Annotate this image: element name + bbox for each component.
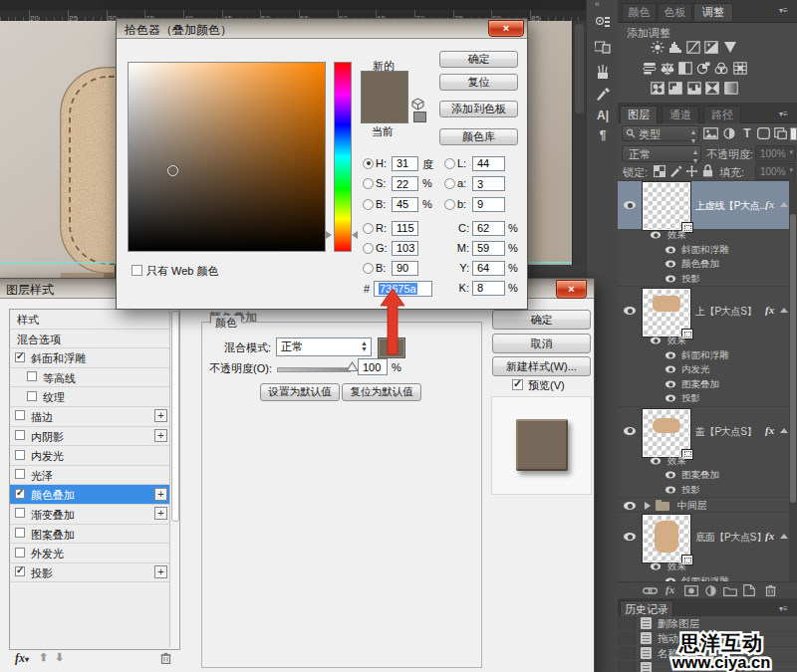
reset-default-button[interactable]: 复位为默认值	[342, 383, 421, 401]
m-field[interactable]: 59	[472, 241, 505, 256]
style-item-color-overlay[interactable]: 颜色叠加+	[10, 485, 179, 505]
style-item-stroke[interactable]: 描边+	[10, 407, 179, 427]
effect-visibility-eye-icon[interactable]	[665, 395, 675, 402]
style-item-inner-glow[interactable]: 内发光	[10, 446, 179, 466]
h-radio[interactable]	[363, 158, 374, 169]
exposure-icon[interactable]	[704, 41, 718, 54]
layer-style-ok-button[interactable]: 确定	[492, 310, 591, 330]
tab-color[interactable]: 颜色	[622, 3, 657, 21]
opacity-slider-track[interactable]	[277, 367, 351, 372]
history-source-well[interactable]	[618, 631, 636, 645]
color-lookup-icon[interactable]	[733, 62, 747, 75]
layer-style-close-button[interactable]: ×	[556, 280, 587, 299]
checkbox[interactable]	[27, 371, 37, 381]
effect-visibility-eye-icon[interactable]	[651, 457, 661, 464]
layer-row[interactable]: 盖【P大点S】 fx	[618, 406, 789, 455]
threshold-icon[interactable]	[687, 82, 701, 95]
expand-group-icon[interactable]	[645, 502, 651, 510]
panel-menu-icon[interactable]	[779, 605, 793, 613]
channel-mixer-icon[interactable]	[714, 62, 728, 75]
black-white-icon[interactable]	[678, 62, 692, 75]
filter-shape-layers-icon[interactable]	[757, 127, 770, 139]
b3-field[interactable]: 9	[472, 197, 505, 212]
effect-visibility-eye-icon[interactable]	[651, 337, 661, 344]
effect-visibility-eye-icon[interactable]	[665, 486, 675, 493]
style-item-bevel-emboss[interactable]: 斜面和浮雕	[10, 348, 179, 368]
add-to-swatches-button[interactable]: 添加到色板	[439, 101, 518, 117]
effect-row[interactable]: 斜面和浮雕	[618, 243, 789, 258]
layer-filter-toggle[interactable]	[790, 127, 797, 140]
layer-visibility-eye-icon[interactable]	[624, 502, 636, 510]
new-group-icon[interactable]	[723, 585, 737, 596]
effect-visibility-eye-icon[interactable]	[665, 366, 675, 373]
b3-radio[interactable]	[444, 199, 455, 210]
style-item-drop-shadow[interactable]: 投影+	[10, 563, 179, 583]
curves-icon[interactable]	[686, 41, 700, 54]
tab-paths[interactable]: 路径	[703, 106, 741, 123]
link-layers-icon[interactable]	[643, 586, 658, 595]
group-name[interactable]: 中间层	[677, 499, 706, 513]
tab-layers[interactable]: 图层	[620, 106, 658, 123]
l-field[interactable]: 44	[472, 156, 505, 171]
add-instance-icon[interactable]: +	[154, 565, 167, 578]
invert-icon[interactable]	[651, 82, 664, 95]
effects-row[interactable]: 效果	[618, 560, 789, 574]
layer-name[interactable]: 底面【P大点S】	[695, 531, 766, 545]
ok-button[interactable]: 确定	[439, 51, 518, 68]
filter-adjustment-layers-icon[interactable]	[723, 127, 735, 139]
l-radio[interactable]	[444, 158, 455, 169]
layer-group-row[interactable]: 中间层	[618, 497, 789, 513]
style-item-inner-shadow[interactable]: 内阴影+	[10, 427, 179, 447]
move-style-down-icon[interactable]: ⬇	[55, 651, 64, 664]
style-item-contour[interactable]: 等高线	[10, 368, 179, 388]
vibrance-icon[interactable]	[723, 41, 737, 54]
a-field[interactable]: 3	[472, 176, 505, 191]
g-field[interactable]: 103	[392, 241, 418, 256]
move-style-up-icon[interactable]: ⬆	[39, 651, 48, 664]
add-instance-icon[interactable]: +	[154, 409, 167, 422]
color-libraries-button[interactable]: 颜色库	[439, 128, 518, 145]
filter-smart-objects-icon[interactable]	[774, 127, 787, 139]
levels-icon[interactable]	[668, 41, 682, 54]
lock-pixels-icon[interactable]	[669, 165, 682, 177]
gamut-swatch-chip[interactable]	[413, 112, 426, 122]
brightness-contrast-icon[interactable]	[651, 41, 664, 54]
hue-saturation-icon[interactable]	[643, 62, 657, 75]
effect-visibility-eye-icon[interactable]	[651, 232, 661, 239]
web-gamut-warning-cube-icon[interactable]	[411, 98, 424, 111]
history-source-well[interactable]	[618, 616, 636, 630]
layers-scrollbar[interactable]	[789, 180, 797, 581]
checkbox[interactable]	[15, 352, 25, 362]
add-instance-icon[interactable]: +	[154, 488, 167, 501]
checkbox[interactable]	[15, 548, 25, 558]
effect-visibility-eye-icon[interactable]	[651, 563, 661, 570]
layer-name[interactable]: 上【P大点S】	[695, 305, 756, 319]
style-item-blending-options[interactable]: 混合选项	[10, 330, 179, 349]
character-panel-icon[interactable]: A|	[589, 105, 617, 126]
layer-row[interactable]: 底面【P大点S】 fx	[618, 512, 789, 560]
style-item-texture[interactable]: 纹理	[10, 387, 179, 407]
blend-mode-dropdown[interactable]: 正常 ▲▼	[276, 337, 372, 356]
layer-thumbnail[interactable]	[643, 182, 690, 230]
layer-name[interactable]: 盖【P大点S】	[695, 425, 756, 439]
brush-presets-panel-icon[interactable]	[589, 10, 617, 32]
style-item-pattern-overlay[interactable]: 图案叠加	[10, 525, 179, 545]
checkbox[interactable]	[15, 508, 25, 518]
scrollbar-thumb[interactable]	[790, 214, 796, 503]
layer-visibility-eye-icon[interactable]	[624, 427, 636, 435]
b-field[interactable]: 45	[392, 197, 418, 212]
effects-row[interactable]: 效果	[618, 228, 789, 243]
filter-pixel-layers-icon[interactable]	[703, 127, 718, 139]
add-layer-mask-icon[interactable]	[684, 585, 698, 596]
lock-transparency-icon[interactable]	[654, 165, 665, 177]
c-field[interactable]: 62	[472, 221, 505, 236]
b2-field[interactable]: 90	[392, 261, 418, 276]
s-radio[interactable]	[363, 178, 374, 189]
effect-visibility-eye-icon[interactable]	[665, 380, 675, 387]
layer-visibility-eye-icon[interactable]	[624, 533, 636, 541]
effect-row[interactable]: 颜色叠加	[618, 257, 789, 272]
layer-fx-badge[interactable]: fx	[765, 424, 774, 436]
new-style-button[interactable]: 新建样式(W)...	[492, 356, 591, 376]
r-field[interactable]: 115	[392, 221, 418, 236]
web-only-checkbox[interactable]	[132, 265, 142, 276]
